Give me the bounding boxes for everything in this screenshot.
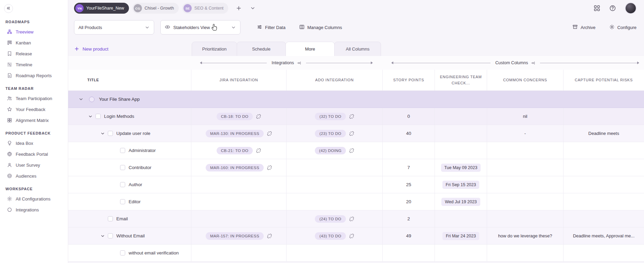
column-header-jira[interactable]: JIRA INTEGRATION xyxy=(191,70,287,91)
add-workspace-button[interactable] xyxy=(236,5,242,11)
row-title[interactable]: Update user role xyxy=(116,131,150,136)
row-title[interactable]: Author xyxy=(129,182,142,187)
new-product-button[interactable]: New product xyxy=(74,46,108,52)
row-checkbox[interactable] xyxy=(120,199,125,204)
group-title[interactable]: Your File Share App xyxy=(99,97,140,102)
user-avatar[interactable] xyxy=(625,2,636,14)
story-points-value[interactable]: 49 xyxy=(406,233,411,238)
row-checkbox[interactable] xyxy=(108,233,113,238)
story-points-value[interactable]: 0 xyxy=(407,114,410,119)
archive-button[interactable]: Archive xyxy=(572,24,595,31)
tab-all-columns[interactable]: All Columns xyxy=(334,42,381,56)
story-points-value[interactable]: 20 xyxy=(406,199,411,204)
help-button[interactable] xyxy=(609,5,616,12)
row-expand-chevron-icon[interactable] xyxy=(87,113,93,120)
column-header-eng-team-check[interactable]: ENGINEERING TEAM CHECK... xyxy=(435,70,487,91)
tab-more[interactable]: More xyxy=(286,42,335,56)
jira-status-pill[interactable]: MAR-130: IN PROGRESS xyxy=(206,130,264,137)
unlink-icon[interactable] xyxy=(267,165,272,170)
unlink-icon[interactable] xyxy=(267,234,272,238)
story-points-value[interactable]: 40 xyxy=(406,131,411,136)
row-checkbox[interactable] xyxy=(108,216,113,221)
row-checkbox[interactable] xyxy=(96,114,101,119)
ado-status-pill[interactable]: (32) TO DO xyxy=(315,113,346,120)
tab-prioritization[interactable]: Prioritization xyxy=(192,42,237,56)
unlink-icon[interactable] xyxy=(349,217,354,221)
concerns-text[interactable]: nil xyxy=(520,114,530,119)
workspace-list-chevron-button[interactable] xyxy=(250,5,255,11)
sidebar-item-treeview[interactable]: Treeview xyxy=(0,26,68,37)
jira-status-pill[interactable]: MAR-160: IN PROGRESS xyxy=(206,164,264,171)
row-checkbox[interactable] xyxy=(120,182,125,187)
ado-status-pill[interactable]: (23) TO DO xyxy=(315,130,346,137)
ado-status-pill[interactable]: (43) TO DO xyxy=(315,232,346,240)
jira-status-pill[interactable]: MAR-157: IN PROGRESS xyxy=(206,232,264,240)
row-title[interactable]: Without Email xyxy=(116,233,145,238)
row-checkbox[interactable] xyxy=(120,148,125,153)
tab-schedule[interactable]: Schedule xyxy=(237,42,286,56)
sidebar-item-idea-box[interactable]: Idea Box xyxy=(0,138,68,149)
sidebar-item-user-survey[interactable]: User Survey xyxy=(0,160,68,170)
eng-date-pill[interactable]: Tue May 09 2023 xyxy=(441,164,481,172)
column-header-common-concerns[interactable]: COMMON CONCERNS xyxy=(487,70,564,91)
concerns-text[interactable]: - xyxy=(522,131,528,136)
column-header-title[interactable]: TITLE xyxy=(68,70,191,91)
sidebar-item-team-participation[interactable]: Team Participation xyxy=(0,93,68,104)
product-filter-select[interactable]: All Products xyxy=(74,20,154,34)
row-title[interactable]: Contributor xyxy=(129,165,151,170)
filter-data-button[interactable]: Filter Data xyxy=(257,24,286,31)
story-points-value[interactable]: 7 xyxy=(407,165,410,170)
unlink-icon[interactable] xyxy=(349,131,354,136)
configure-button[interactable]: Configure xyxy=(609,24,636,31)
unlink-icon[interactable] xyxy=(267,131,272,136)
story-points-value[interactable]: 25 xyxy=(406,182,411,187)
row-title[interactable]: Email xyxy=(116,216,128,221)
risks-text[interactable]: Deadline meets xyxy=(586,131,622,136)
workspace-chip-chisel-growth[interactable]: CG Chisel - Growth xyxy=(132,3,179,14)
sidebar-item-feedback-portal[interactable]: Feedback Portal xyxy=(0,149,68,160)
unlink-icon[interactable] xyxy=(256,148,261,153)
column-header-story-points[interactable]: STORY POINTS xyxy=(383,70,435,91)
drag-handle-icon[interactable] xyxy=(531,61,535,65)
sidebar-item-audiences[interactable]: Audiences xyxy=(0,170,68,181)
row-title[interactable]: Editor xyxy=(129,199,141,204)
drag-handle-icon[interactable] xyxy=(297,61,301,65)
ado-status-pill[interactable]: (42) DOING xyxy=(315,147,346,154)
column-header-ado[interactable]: ADO INTEGRATION xyxy=(287,70,383,91)
apps-grid-button[interactable] xyxy=(594,5,600,12)
risks-text[interactable]: Deadline meets, Approval me... xyxy=(570,233,638,238)
sidebar-item-integrations[interactable]: Integrations xyxy=(0,204,68,215)
column-group-custom-columns[interactable]: Custom Columns xyxy=(391,56,639,70)
unlink-icon[interactable] xyxy=(349,114,354,119)
row-checkbox[interactable] xyxy=(108,131,113,136)
row-checkbox[interactable] xyxy=(120,165,125,170)
story-points-value[interactable]: 2 xyxy=(407,216,410,221)
eng-date-pill[interactable]: Wed Jul 19 2023 xyxy=(441,198,480,206)
column-group-integrations[interactable]: Integrations xyxy=(200,56,373,70)
row-title[interactable]: Administrator xyxy=(129,148,156,153)
unlink-icon[interactable] xyxy=(349,234,354,238)
jira-status-pill[interactable]: CB-18: TO DO xyxy=(217,113,253,120)
eng-date-pill[interactable]: Fri Sep 15 2023 xyxy=(442,181,480,189)
jira-status-pill[interactable]: CB-21: TO DO xyxy=(217,147,253,154)
sidebar-item-timeline[interactable]: Timeline xyxy=(0,59,68,70)
unlink-icon[interactable] xyxy=(349,148,354,153)
sidebar-item-your-feedback[interactable]: Your Feedback xyxy=(0,104,68,115)
column-header-capture-risks[interactable]: CAPTURE POTENTIAL RISKS xyxy=(564,70,644,91)
manage-columns-button[interactable]: Manage Columns xyxy=(299,24,342,31)
workspace-chip-yourfileshare[interactable]: YN YourFileShare_New xyxy=(74,3,129,14)
sidebar-item-release[interactable]: Release xyxy=(0,48,68,59)
group-expand-chevron-icon[interactable] xyxy=(78,96,84,102)
row-title[interactable]: Login Methods xyxy=(104,114,134,119)
sidebar-item-roadmap-reports[interactable]: Roadmap Reports xyxy=(0,70,68,81)
concerns-text[interactable]: how do we leverage these? xyxy=(495,233,555,238)
sidebar-item-alignment-matrix[interactable]: Alignment Matrix xyxy=(0,115,68,126)
sidebar-item-kanban[interactable]: Kanban xyxy=(0,37,68,48)
row-checkbox[interactable] xyxy=(120,250,125,255)
row-title[interactable]: without email verification xyxy=(129,250,179,255)
view-selector-select[interactable]: Stakeholders View xyxy=(160,20,240,34)
eng-date-pill[interactable]: Fri Mar 24 2023 xyxy=(442,232,479,240)
row-expand-chevron-icon[interactable] xyxy=(100,130,106,137)
unlink-icon[interactable] xyxy=(256,114,261,119)
row-expand-chevron-icon[interactable] xyxy=(100,233,106,239)
